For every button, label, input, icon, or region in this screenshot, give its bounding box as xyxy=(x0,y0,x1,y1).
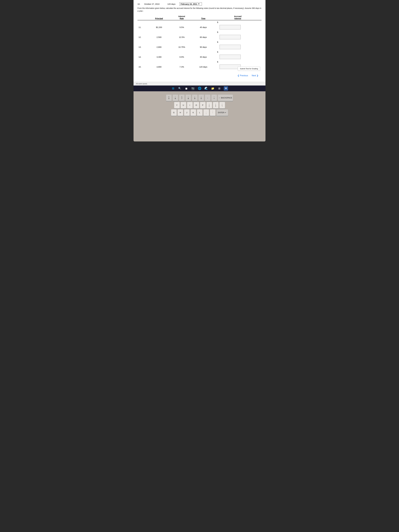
row-time: 45 days xyxy=(192,24,214,30)
key-y[interactable]: Y xyxy=(174,102,180,108)
row-spacer xyxy=(138,30,147,34)
spacer xyxy=(192,60,214,64)
q10-date: October 27, 2010 xyxy=(144,3,159,5)
row-number: 13. xyxy=(138,44,147,50)
dollar-sign-row: $ xyxy=(138,50,261,54)
answer-cell xyxy=(219,34,261,40)
spacer xyxy=(219,50,261,54)
row-principal: 2,500 xyxy=(147,34,171,40)
spacer xyxy=(192,30,214,34)
spacer xyxy=(147,20,171,24)
col-number-header xyxy=(138,15,147,20)
table-row: 13. 2,800 10.75% 90 days xyxy=(138,44,261,50)
dollar-sign: $ xyxy=(214,60,218,64)
key-plus[interactable]: += xyxy=(211,95,217,101)
spacer xyxy=(192,40,214,44)
status-bar: All work saved. xyxy=(133,82,266,86)
spacer xyxy=(171,30,192,34)
table-row: 12. 2,500 12.5% 60 days xyxy=(138,34,261,40)
col-interest-rate-header: Interest Rate xyxy=(171,15,192,20)
key-ampersand-7[interactable]: &7 xyxy=(179,95,185,101)
chrome-icon[interactable]: 🌐 xyxy=(197,86,202,90)
key-i[interactable]: I xyxy=(187,102,193,108)
dollar-sign: $ xyxy=(214,30,218,34)
apps-icon[interactable]: ⊞ xyxy=(217,86,222,90)
q10-days: 120 days xyxy=(167,3,176,5)
spacer xyxy=(147,40,171,44)
spacer xyxy=(219,20,261,24)
folder-icon[interactable]: 📁 xyxy=(211,86,215,90)
row-principal: $2,200 xyxy=(147,24,171,30)
row-principal: 3,300 xyxy=(147,54,171,60)
next-button[interactable]: Next xyxy=(250,74,260,78)
row-principal: 4,800 xyxy=(147,64,171,70)
answer-date-dropdown[interactable]: February 24, 2011 ▾ xyxy=(179,2,202,6)
answer-input-15[interactable] xyxy=(220,64,241,69)
edge-icon[interactable]: 🌊 xyxy=(204,86,208,90)
key-h[interactable]: H xyxy=(177,109,183,116)
spacer xyxy=(171,40,192,44)
key-enter[interactable]: ENTER ↵ xyxy=(216,109,228,116)
answer-input-12[interactable] xyxy=(220,35,241,39)
key-5[interactable]: %5 xyxy=(166,95,172,101)
submit-grading-button[interactable]: Submit Test for Grading xyxy=(238,67,260,71)
dropdown-arrow-icon: ▾ xyxy=(198,3,199,5)
window-icon[interactable]: ◼ xyxy=(184,86,188,90)
key-u[interactable]: U xyxy=(181,102,186,108)
key-g[interactable]: G xyxy=(171,109,177,116)
key-semicolon[interactable]: :; xyxy=(203,109,209,116)
key-row-ghjkl: G H J K L :; "' ENTER ↵ xyxy=(171,109,228,116)
key-l[interactable]: L xyxy=(197,109,203,116)
col-time-header: Time xyxy=(192,15,214,20)
key-asterisk-8[interactable]: *8 xyxy=(185,95,191,101)
key-k[interactable]: K xyxy=(190,109,196,116)
key-minus[interactable]: _- xyxy=(205,95,211,101)
answer-cell xyxy=(219,44,261,50)
answer-input-13[interactable] xyxy=(220,45,241,49)
row-time: 90 days xyxy=(192,44,214,50)
answer-input-11[interactable] xyxy=(220,25,241,29)
row-time: 30 days xyxy=(192,54,214,60)
row-time: 60 days xyxy=(192,34,214,40)
col-principal-header: Principal xyxy=(147,15,171,20)
key-row-numbers: %5 ^6 &7 *8 (9 )0 _- += ← BACKSPACE xyxy=(166,95,233,101)
spacer xyxy=(214,54,218,60)
key-quote[interactable]: "' xyxy=(210,109,215,116)
spacer xyxy=(214,34,218,40)
spacer xyxy=(219,30,261,34)
dollar-sign: $ xyxy=(214,40,218,44)
search-icon[interactable]: 🔍 xyxy=(177,86,182,90)
dollar-sign-row: $ xyxy=(138,60,261,64)
previous-button[interactable]: Previous xyxy=(236,74,250,78)
answer-input-14[interactable] xyxy=(220,55,241,59)
key-backslash[interactable]: |\ xyxy=(219,102,225,108)
row-number: 15. xyxy=(138,64,147,70)
row-spacer xyxy=(138,50,147,54)
windows-icon[interactable]: ⊞ xyxy=(171,86,175,90)
key-rbracket[interactable]: }] xyxy=(213,102,219,108)
key-lparen-9[interactable]: (9 xyxy=(192,95,198,101)
spacer xyxy=(192,20,214,24)
key-rparen-0[interactable]: )0 xyxy=(198,95,204,101)
camera-icon[interactable]: 📷 xyxy=(191,86,195,90)
row-rate: 10.75% xyxy=(171,44,192,50)
key-o[interactable]: O xyxy=(193,102,199,108)
answer-date-value: February 24, 2011 xyxy=(181,3,197,5)
table-row: 14. 3,300 8.9% 30 days xyxy=(138,54,261,60)
key-j[interactable]: J xyxy=(184,109,190,116)
answer-cell xyxy=(219,54,261,60)
key-lbracket[interactable]: {[ xyxy=(206,102,212,108)
dollar-sign-row: $ xyxy=(138,30,261,34)
row-spacer xyxy=(138,60,147,64)
key-6[interactable]: ^6 xyxy=(172,95,178,101)
key-backspace[interactable]: ← BACKSPACE xyxy=(218,95,233,101)
key-row-yuiop: Y U I O P {[ }] |\ xyxy=(174,102,225,108)
q10-number: 10. xyxy=(138,3,140,5)
row-rate: 7.3% xyxy=(171,64,192,70)
spacer xyxy=(147,60,171,64)
main-content: 10. October 27, 2010 120 days February 2… xyxy=(133,0,266,82)
spacer xyxy=(147,50,171,54)
word-icon[interactable]: W xyxy=(224,86,228,90)
answer-cell xyxy=(219,24,261,30)
key-p[interactable]: P xyxy=(200,102,206,108)
